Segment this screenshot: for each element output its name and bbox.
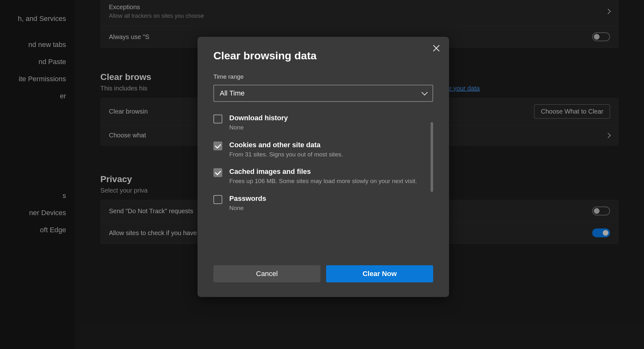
chevron-down-icon (421, 89, 428, 95)
close-button[interactable] (432, 44, 441, 53)
close-icon (432, 44, 441, 53)
data-type-option: Download historyNone (213, 114, 426, 132)
data-types-list: Download historyNoneCookies and other si… (213, 114, 433, 256)
option-desc: None (229, 123, 426, 132)
dialog-title: Clear browsing data (213, 49, 433, 62)
option-title: Download history (229, 114, 426, 122)
option-checkbox[interactable] (213, 195, 222, 204)
time-range-label: Time range (213, 73, 433, 80)
data-type-option: Cookies and other site dataFrom 31 sites… (213, 141, 426, 159)
option-desc: None (229, 204, 426, 213)
cancel-button[interactable]: Cancel (213, 265, 320, 282)
option-checkbox[interactable] (213, 168, 222, 177)
clear-now-button[interactable]: Clear Now (326, 265, 433, 282)
time-range-value: All Time (220, 89, 245, 97)
clear-browsing-data-dialog: Clear browsing data Time range All Time … (198, 37, 449, 297)
option-desc: From 31 sites. Signs you out of most sit… (229, 150, 426, 159)
option-title: Cached images and files (229, 168, 426, 176)
time-range-select[interactable]: All Time (213, 85, 433, 102)
option-title: Cookies and other site data (229, 141, 426, 149)
option-checkbox[interactable] (213, 115, 222, 123)
option-desc: Frees up 106 MB. Some sites may load mor… (229, 177, 426, 186)
data-type-option: PasswordsNone (213, 194, 426, 213)
option-title: Passwords (229, 194, 426, 203)
option-checkbox[interactable] (213, 142, 222, 150)
scrollbar-thumb[interactable] (431, 122, 433, 192)
data-type-option: Cached images and filesFrees up 106 MB. … (213, 168, 426, 186)
